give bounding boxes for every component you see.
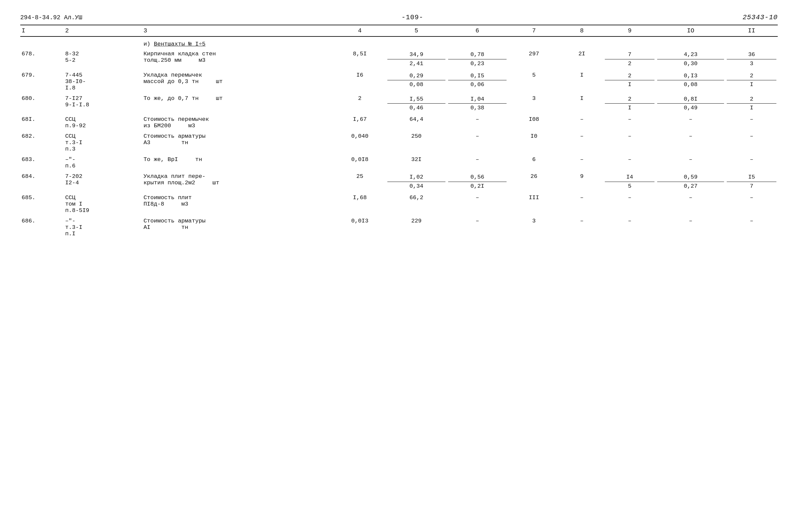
row-680-col10: 0,8I 0,49 bbox=[656, 93, 725, 114]
row-680-desc: То же, до 0,7 тн шт bbox=[142, 93, 334, 114]
col-header-8: 8 bbox=[560, 25, 604, 36]
col-header-1: I bbox=[20, 25, 64, 36]
row-684-col4: 25 bbox=[334, 171, 386, 192]
row-686-col5: 229 bbox=[386, 216, 447, 239]
row-681-col10: – bbox=[656, 114, 725, 131]
row-684-col8: 9 bbox=[560, 171, 604, 192]
row-686-col9: – bbox=[604, 216, 656, 239]
row-683-col7: 6 bbox=[508, 154, 560, 171]
row-683-col4: 0,0I8 bbox=[334, 154, 386, 171]
row-683-col10: – bbox=[656, 154, 725, 171]
col-header-4: 4 bbox=[334, 25, 386, 36]
column-headers: I 2 3 4 5 6 7 8 9 IO II bbox=[20, 25, 778, 36]
table-row: 679. 7-44538-I0-I.8 Укладка перемычекмас… bbox=[20, 70, 778, 93]
row-681-num: 68I. bbox=[20, 114, 64, 131]
row-678-col6: 0,78 0,23 bbox=[447, 49, 507, 70]
row-684-desc: Укладка плит пере-крытия площ.2м2 шт bbox=[142, 171, 334, 192]
row-679-col10: 0,I3 0,08 bbox=[656, 70, 725, 93]
row-684-code: 7-202I2-4 bbox=[64, 171, 142, 192]
row-682-col4: 0,040 bbox=[334, 131, 386, 154]
row-681-col8: – bbox=[560, 114, 604, 131]
row-684-col5: I,02 0,34 bbox=[386, 171, 447, 192]
row-680-col6: I,04 0,38 bbox=[447, 93, 507, 114]
table-row: 68I. ССЦп.9-92 Стоимость перемычекиз БМ2… bbox=[20, 114, 778, 131]
row-681-col11: – bbox=[725, 114, 778, 131]
row-679-num: 679. bbox=[20, 70, 64, 93]
row-679-code: 7-44538-I0-I.8 bbox=[64, 70, 142, 93]
row-684-col10: 0,59 0,27 bbox=[656, 171, 725, 192]
row-686-desc: Стоимость арматурыАI тн bbox=[142, 216, 334, 239]
row-684-col6: 0,56 0,2I bbox=[447, 171, 507, 192]
row-682-col5: 250 bbox=[386, 131, 447, 154]
row-683-col6: – bbox=[447, 154, 507, 171]
row-681-desc: Стоимость перемычекиз БМ200 м3 bbox=[142, 114, 334, 131]
row-679-col5: 0,29 0,08 bbox=[386, 70, 447, 93]
row-685-code: ССЦтом Iп.8-5I9 bbox=[64, 192, 142, 216]
row-683-col5: 32I bbox=[386, 154, 447, 171]
table-row: 678. 8-325-2 Кирпичная кладка стентолщ.2… bbox=[20, 49, 778, 70]
row-682-col7: I0 bbox=[508, 131, 560, 154]
row-686-code: –"-т.3-Iп.I bbox=[64, 216, 142, 239]
table-row: 686. –"-т.3-Iп.I Стоимость арматурыАI тн… bbox=[20, 216, 778, 239]
col-header-3: 3 bbox=[142, 25, 334, 36]
row-683-num: 683. bbox=[20, 154, 64, 171]
row-678-col10: 4,23 0,30 bbox=[656, 49, 725, 70]
row-685-col4: I,68 bbox=[334, 192, 386, 216]
col-header-11: II bbox=[725, 25, 778, 36]
row-686-num: 686. bbox=[20, 216, 64, 239]
row-679-col4: I6 bbox=[334, 70, 386, 93]
row-678-col11: 36 3 bbox=[725, 49, 778, 70]
section-title: и) Вентшахты № I÷5 bbox=[142, 36, 778, 49]
row-678-desc: Кирпичная кладка стентолщ.250 мм м3 bbox=[142, 49, 334, 70]
col-header-7: 7 bbox=[508, 25, 560, 36]
row-681-col6: – bbox=[447, 114, 507, 131]
col-header-9: 9 bbox=[604, 25, 656, 36]
row-682-desc: Стоимость арматурыА3 тн bbox=[142, 131, 334, 154]
row-681-code: ССЦп.9-92 bbox=[64, 114, 142, 131]
row-686-col11: – bbox=[725, 216, 778, 239]
row-686-col10: – bbox=[656, 216, 725, 239]
row-685-desc: Стоимость плитПI8д-8 м3 bbox=[142, 192, 334, 216]
row-686-col7: 3 bbox=[508, 216, 560, 239]
section-title-text: и) Вентшахты № I÷5 bbox=[144, 41, 206, 47]
row-684-col9: I4 5 bbox=[604, 171, 656, 192]
row-680-code: 7-I279-I-I.8 bbox=[64, 93, 142, 114]
table-row: 682. ССЦт.3-Iп.3 Стоимость арматурыА3 тн… bbox=[20, 131, 778, 154]
row-683-code: –"-п.6 bbox=[64, 154, 142, 171]
row-685-col6: – bbox=[447, 192, 507, 216]
row-685-col9: – bbox=[604, 192, 656, 216]
row-683-desc: То же, ВрI тн bbox=[142, 154, 334, 171]
table-row: 685. ССЦтом Iп.8-5I9 Стоимость плитПI8д-… bbox=[20, 192, 778, 216]
row-682-col6: – bbox=[447, 131, 507, 154]
row-678-col5: 34,9 2,41 bbox=[386, 49, 447, 70]
row-678-col4: 8,5I bbox=[334, 49, 386, 70]
row-682-col9: – bbox=[604, 131, 656, 154]
row-680-col11: 2 I bbox=[725, 93, 778, 114]
row-684-num: 684. bbox=[20, 171, 64, 192]
row-680-col8: I bbox=[560, 93, 604, 114]
row-679-col7: 5 bbox=[508, 70, 560, 93]
col-header-2: 2 bbox=[64, 25, 142, 36]
section-header-row: и) Вентшахты № I÷5 bbox=[20, 36, 778, 49]
row-681-col5: 64,4 bbox=[386, 114, 447, 131]
header-center: -109- bbox=[402, 14, 424, 21]
row-682-col8: – bbox=[560, 131, 604, 154]
row-680-col4: 2 bbox=[334, 93, 386, 114]
row-685-num: 685. bbox=[20, 192, 64, 216]
table-row: 683. –"-п.6 То же, ВрI тн 0,0I8 32I – 6 … bbox=[20, 154, 778, 171]
row-681-col7: I08 bbox=[508, 114, 560, 131]
section-code bbox=[64, 36, 142, 49]
row-682-num: 682. bbox=[20, 131, 64, 154]
row-682-col11: – bbox=[725, 131, 778, 154]
row-678-num: 678. bbox=[20, 49, 64, 70]
table-row: 680. 7-I279-I-I.8 То же, до 0,7 тн шт 2 … bbox=[20, 93, 778, 114]
row-682-code: ССЦт.3-Iп.3 bbox=[64, 131, 142, 154]
header-left: 294-8-34.92 Ал.УШ bbox=[20, 14, 82, 21]
row-682-col10: – bbox=[656, 131, 725, 154]
row-681-col4: I,67 bbox=[334, 114, 386, 131]
row-679-col9: 2 I bbox=[604, 70, 656, 93]
row-680-num: 680. bbox=[20, 93, 64, 114]
table-row: 684. 7-202I2-4 Укладка плит пере-крытия … bbox=[20, 171, 778, 192]
row-678-code: 8-325-2 bbox=[64, 49, 142, 70]
row-678-col8: 2I bbox=[560, 49, 604, 70]
